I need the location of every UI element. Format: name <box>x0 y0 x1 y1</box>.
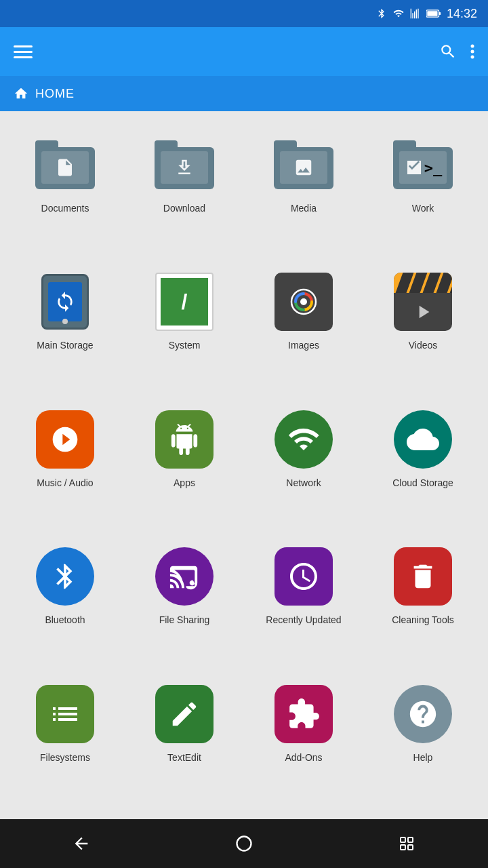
recents-button[interactable] <box>386 823 427 864</box>
status-time: 14:32 <box>447 7 477 21</box>
grid-item-cloud-storage[interactable]: Cloud Storage <box>363 397 483 534</box>
media-folder-icon <box>274 140 333 189</box>
download-folder-icon <box>155 140 214 189</box>
grid-item-textedit[interactable]: TextEdit <box>125 671 244 808</box>
help-icon-wrapper <box>392 684 453 745</box>
add-ons-label: Add-Ons <box>285 751 322 764</box>
cleaning-tools-icon-wrapper <box>392 546 453 607</box>
grid-item-system[interactable]: / System <box>125 259 244 396</box>
svg-rect-9 <box>401 837 405 842</box>
grid-item-add-ons[interactable]: Add-Ons <box>244 671 363 808</box>
cloud-storage-label: Cloud Storage <box>392 477 453 489</box>
apps-icon <box>155 410 214 469</box>
svg-rect-12 <box>408 845 413 850</box>
top-bar-right <box>439 43 474 60</box>
add-ons-icon-wrapper <box>273 684 334 745</box>
apps-icon-wrapper <box>154 409 215 470</box>
work-folder-icon: >_ <box>393 140 453 189</box>
grid-item-filesystems[interactable]: Filesystems <box>5 671 125 808</box>
grid-item-main-storage[interactable]: Main Storage <box>5 259 125 396</box>
download-icon-wrapper <box>154 134 215 195</box>
system-icon: / <box>155 273 214 331</box>
textedit-icon <box>155 685 214 743</box>
system-label: System <box>169 339 201 351</box>
battery-icon <box>426 9 441 18</box>
videos-label: Videos <box>409 339 438 351</box>
apps-label: Apps <box>174 477 195 489</box>
grid-item-download[interactable]: Download <box>125 122 244 259</box>
images-camera-icon <box>274 273 333 331</box>
cleaning-tools-label: Cleaning Tools <box>392 614 454 626</box>
textedit-label: TextEdit <box>167 751 201 764</box>
back-button[interactable] <box>61 823 102 864</box>
filesystems-icon <box>36 685 94 743</box>
network-wifi-icon <box>274 410 333 469</box>
recently-updated-label: Recently Updated <box>266 614 341 626</box>
status-icons: 14:32 <box>376 7 477 21</box>
help-icon <box>394 685 452 743</box>
grid-item-network[interactable]: Network <box>244 397 363 534</box>
add-ons-icon <box>274 685 333 743</box>
grid-item-bluetooth[interactable]: Bluetooth <box>5 534 125 671</box>
status-bar: 14:32 <box>0 0 488 27</box>
top-bar <box>0 27 488 76</box>
svg-point-8 <box>237 837 251 851</box>
more-options-icon[interactable] <box>470 43 474 60</box>
documents-icon-wrapper <box>35 134 96 195</box>
svg-rect-11 <box>401 845 405 850</box>
system-inner-icon: / <box>161 278 208 326</box>
bluetooth-status-icon <box>376 8 387 19</box>
svg-point-4 <box>471 50 474 54</box>
cloud-storage-icon <box>394 410 452 469</box>
svg-rect-2 <box>439 12 441 15</box>
recently-updated-icon-wrapper <box>273 546 334 607</box>
grid-item-apps[interactable]: Apps <box>125 397 244 534</box>
svg-rect-10 <box>408 837 413 842</box>
textedit-icon-wrapper <box>154 684 215 745</box>
bluetooth-label: Bluetooth <box>45 614 85 626</box>
filesystems-label: Filesystems <box>40 751 90 764</box>
cloud-storage-icon-wrapper <box>392 409 453 470</box>
music-audio-icon <box>36 410 94 469</box>
main-storage-icon <box>36 273 94 331</box>
svg-rect-1 <box>427 11 437 16</box>
media-label: Media <box>291 202 317 214</box>
grid-item-videos[interactable]: Videos <box>363 259 483 396</box>
grid-item-work[interactable]: >_ Work <box>363 122 483 259</box>
images-icon-wrapper <box>273 271 334 332</box>
signal-icon <box>410 8 421 19</box>
music-audio-label: Music / Audio <box>37 477 93 489</box>
grid-item-documents[interactable]: Documents <box>5 122 125 259</box>
grid-item-help[interactable]: Help <box>363 671 483 808</box>
filesystems-icon-wrapper <box>35 684 96 745</box>
system-icon-wrapper: / <box>154 271 215 332</box>
file-sharing-label: File Sharing <box>159 614 210 626</box>
main-storage-label: Main Storage <box>37 339 93 351</box>
home-button[interactable] <box>224 823 264 864</box>
grid-item-music-audio[interactable]: Music / Audio <box>5 397 125 534</box>
svg-point-5 <box>471 56 474 59</box>
main-storage-icon-wrapper <box>35 271 96 332</box>
music-audio-icon-wrapper <box>35 409 96 470</box>
grid-container: Documents Download <box>0 111 488 819</box>
images-label: Images <box>288 339 319 351</box>
hamburger-menu[interactable] <box>14 45 33 58</box>
grid-item-file-sharing[interactable]: File Sharing <box>125 534 244 671</box>
work-label: Work <box>412 202 434 214</box>
grid-item-media[interactable]: Media <box>244 122 363 259</box>
grid-item-recently-updated[interactable]: Recently Updated <box>244 534 363 671</box>
documents-folder-icon <box>35 140 95 189</box>
videos-icon-wrapper <box>392 271 453 332</box>
download-label: Download <box>163 202 205 214</box>
help-label: Help <box>413 751 433 764</box>
search-icon[interactable] <box>439 43 457 60</box>
videos-clapper-icon <box>394 273 452 331</box>
home-icon <box>14 86 28 101</box>
network-label: Network <box>286 477 321 489</box>
breadcrumb: Home <box>0 76 488 111</box>
cleaning-tools-icon <box>394 547 452 606</box>
bluetooth-icon-wrapper <box>35 546 96 607</box>
svg-point-7 <box>300 298 307 305</box>
grid-item-images[interactable]: Images <box>244 259 363 396</box>
grid-item-cleaning-tools[interactable]: Cleaning Tools <box>363 534 483 671</box>
